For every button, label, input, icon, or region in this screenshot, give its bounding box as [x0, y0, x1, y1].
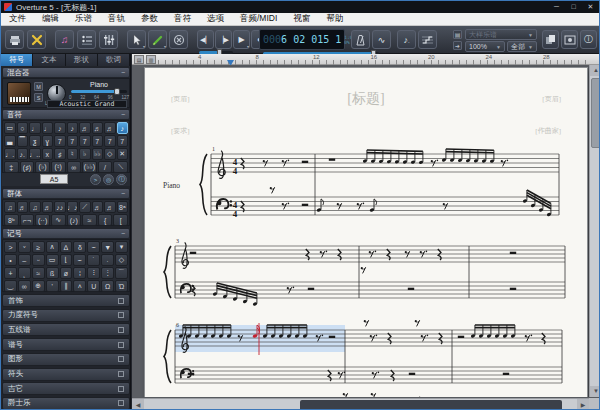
panel-header-2[interactable]: 五线谱 — [2, 323, 130, 336]
rest-glyph[interactable] — [387, 249, 390, 260]
zoom-select[interactable]: 100%▼ — [465, 41, 505, 52]
palette-cell[interactable]: 8ᵇ — [4, 214, 19, 226]
mute-button[interactable]: M — [34, 82, 43, 91]
palette-cell[interactable]: • — [4, 254, 17, 266]
palette-cell[interactable]: ♪. — [17, 148, 29, 160]
rest-glyph[interactable] — [371, 393, 376, 397]
palette-cell[interactable]: δ — [73, 241, 86, 253]
sidebar-tab-3[interactable]: 歌词 — [98, 54, 130, 66]
rest-glyph[interactable] — [542, 333, 545, 344]
rest-glyph[interactable] — [510, 288, 516, 290]
palette-cell[interactable]: ♪ — [117, 122, 129, 134]
palette-cell[interactable]: ♩♪ — [67, 201, 79, 213]
palette-cell[interactable]: ∞ — [67, 161, 82, 173]
palette-cell[interactable]: ɣ — [42, 135, 54, 147]
palette-cell[interactable]: ‿ — [4, 280, 17, 292]
rest-glyph[interactable] — [190, 252, 196, 254]
rest-glyph[interactable] — [408, 288, 414, 290]
palette-cell[interactable]: ⌒ — [115, 267, 128, 279]
menu-item-3[interactable]: 音轨 — [100, 13, 133, 25]
palette-cell[interactable]: 7 — [67, 135, 79, 147]
tools-button[interactable] — [27, 30, 46, 49]
palette-cell[interactable]: ≈ — [32, 267, 45, 279]
panel-header-6[interactable]: 吉它 — [2, 382, 130, 395]
collapse-icon[interactable]: − — [121, 111, 125, 118]
palette-cell[interactable]: ᵕ — [32, 254, 45, 266]
palette-cell[interactable]: ⌣ — [73, 254, 86, 266]
notes-palette-button[interactable]: ♫ — [55, 30, 74, 49]
palette-cell[interactable]: (♮) — [51, 161, 66, 173]
palette-cell[interactable]: ♬ — [92, 122, 104, 134]
rewind-button[interactable]: ◀▏ — [197, 30, 214, 49]
palette-cell[interactable]: ♮ — [67, 148, 79, 160]
expand-icon[interactable] — [118, 312, 124, 318]
palette-cell[interactable]: ◇ — [104, 148, 116, 160]
score-page[interactable]: [页眉] [标题] [页眉] [要求] [作曲家] Piano 1444436 — [144, 67, 588, 397]
track-list-button[interactable] — [77, 30, 96, 49]
palette-cell[interactable]: ♪♪ — [54, 201, 66, 213]
palette-cell[interactable]: ⌣ — [87, 241, 100, 253]
solo-button[interactable]: S — [34, 93, 43, 102]
palette-cell[interactable]: 7 — [92, 135, 104, 147]
palette-cell[interactable]: ≈ — [82, 214, 97, 226]
patch-name[interactable]: Acoustic Grand — [47, 100, 127, 108]
palette-cell[interactable]: ♯ — [54, 148, 66, 160]
collapse-icon[interactable]: − — [121, 69, 125, 76]
rest-glyph[interactable] — [302, 204, 308, 206]
palette-cell[interactable]: ♬ — [104, 122, 116, 134]
palette-cell[interactable]: ⟋ — [79, 201, 91, 213]
palette-cell[interactable]: 8ᵃ — [117, 201, 129, 213]
palette-cell[interactable]: ♭ — [79, 148, 91, 160]
expand-icon[interactable] — [118, 298, 124, 304]
palette-cell[interactable]: ∥ — [60, 280, 73, 292]
palette-cell[interactable]: (♯) — [20, 161, 35, 173]
header-right-placeholder[interactable]: [页眉] — [542, 94, 561, 104]
score-system-1[interactable]: 14444 — [161, 146, 573, 232]
palette-cell[interactable]: (··) — [35, 214, 50, 226]
palette-cell[interactable]: ∙ — [101, 254, 114, 266]
palette-cell[interactable]: ♩ — [29, 122, 41, 134]
palette-cell[interactable]: 7 — [117, 135, 129, 147]
palette-cell[interactable]: Ω — [101, 280, 114, 292]
collapse-icon[interactable]: − — [121, 230, 125, 237]
palette-cell[interactable]: > — [4, 241, 17, 253]
score-viewport[interactable]: [页眉] [标题] [页眉] [要求] [作曲家] Piano 1444436 — [132, 65, 589, 397]
mixer-panel-header[interactable]: 混合器 − — [2, 67, 130, 78]
palette-cell[interactable]: ✕ — [117, 148, 129, 160]
palette-cell[interactable]: ♩ — [42, 122, 54, 134]
info-button[interactable]: ⓘ — [580, 30, 597, 49]
select-tool-button[interactable]: ▾ — [127, 30, 146, 49]
panel-header-7[interactable]: 爵士乐 — [2, 397, 130, 410]
palette-cell[interactable]: ♬ — [79, 122, 91, 134]
palette-cell[interactable]: ˛ — [18, 267, 31, 279]
note-glyph[interactable] — [363, 150, 424, 164]
rest-glyph[interactable] — [308, 288, 314, 290]
rest-glyph[interactable] — [503, 373, 509, 375]
rest-glyph[interactable] — [438, 249, 441, 260]
palette-cell[interactable]: ♫ — [4, 201, 16, 213]
layout-icon[interactable]: ▥ — [146, 55, 156, 64]
palette-cell[interactable]: ⌐¬ — [20, 214, 35, 226]
view-mode-icon[interactable]: ▤ — [453, 30, 462, 39]
palette-cell[interactable]: ♪ — [67, 122, 79, 134]
step-forward-button[interactable]: ▕▶ — [215, 30, 232, 49]
close-button[interactable]: ✕ — [582, 3, 599, 11]
palette-cell[interactable]: 7 — [54, 135, 66, 147]
palette-cell[interactable]: ƺ — [29, 135, 41, 147]
palette-cell[interactable]: ß — [46, 267, 59, 279]
menu-item-7[interactable]: 音频/MIDI — [232, 13, 285, 25]
palette-cell[interactable]: / — [98, 161, 113, 173]
palette-cell[interactable]: ♬ — [17, 201, 29, 213]
palette-cell[interactable]: x — [42, 148, 54, 160]
metronome-button[interactable] — [351, 30, 370, 49]
expand-icon[interactable] — [118, 400, 124, 406]
rest-glyph[interactable] — [329, 159, 335, 161]
palette-cell[interactable]: ♫ — [29, 201, 41, 213]
instruction-placeholder[interactable]: [要求] — [171, 126, 190, 136]
palette-cell[interactable]: ᵛ — [18, 241, 31, 253]
horizontal-scrollbar[interactable]: ◀ ▶ — [132, 398, 589, 410]
palette-cell[interactable]: + — [4, 267, 17, 279]
horizontal-scroll-thumb[interactable] — [300, 400, 562, 410]
volume-slider[interactable] — [71, 90, 127, 93]
composer-placeholder[interactable]: [作曲家] — [535, 126, 561, 136]
